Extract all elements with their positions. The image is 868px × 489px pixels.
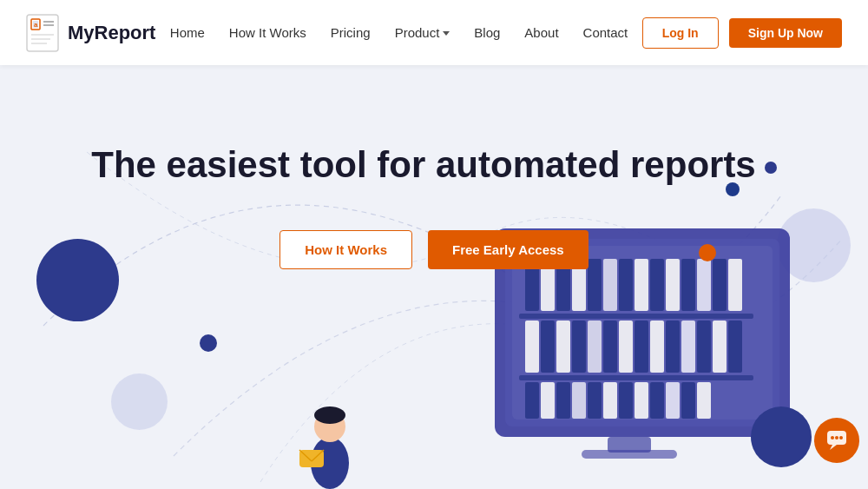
nav-link-blog[interactable]: Blog <box>474 25 500 40</box>
svg-point-66 <box>839 436 843 439</box>
svg-rect-52 <box>650 382 664 419</box>
nav-item-pricing[interactable]: Pricing <box>331 25 371 41</box>
svg-rect-33 <box>588 320 602 373</box>
hero-title: The easiest tool for automated reports <box>0 143 868 187</box>
svg-rect-50 <box>619 382 633 419</box>
svg-rect-44 <box>525 382 539 419</box>
svg-rect-40 <box>697 320 711 373</box>
chat-icon <box>825 429 848 452</box>
svg-rect-46 <box>556 382 570 419</box>
svg-text:a: a <box>34 21 38 29</box>
nav-item-about[interactable]: About <box>524 25 558 41</box>
hero-section: The easiest tool for automated reports H… <box>0 65 868 489</box>
svg-rect-47 <box>572 382 586 419</box>
nav-item-how-it-works[interactable]: How It Works <box>229 25 306 41</box>
svg-rect-30 <box>541 320 555 373</box>
svg-rect-53 <box>666 382 680 419</box>
signup-button[interactable]: Sign Up Now <box>729 18 842 48</box>
svg-rect-12 <box>582 450 677 459</box>
svg-rect-36 <box>635 320 648 373</box>
svg-rect-35 <box>619 320 633 373</box>
svg-point-59 <box>314 406 345 424</box>
svg-rect-45 <box>541 382 555 419</box>
nav-item-contact[interactable]: Contact <box>583 25 628 41</box>
svg-rect-54 <box>681 382 695 419</box>
nav-link-contact[interactable]: Contact <box>583 25 628 40</box>
hero-content: The easiest tool for automated reports H… <box>0 65 868 269</box>
svg-rect-48 <box>588 382 602 419</box>
navbar: a MyReport Home How It Works Pricing Pro… <box>0 0 868 65</box>
svg-rect-37 <box>650 320 664 373</box>
nav-item-home[interactable]: Home <box>170 25 205 41</box>
nav-link-pricing[interactable]: Pricing <box>331 25 371 40</box>
decorative-circle-blue-bottom-right <box>751 406 812 467</box>
chevron-down-icon <box>443 31 450 36</box>
decorative-circle-light-medium <box>111 373 168 430</box>
nav-links: Home How It Works Pricing Product Blog A… <box>170 25 628 41</box>
how-it-works-button[interactable]: How It Works <box>279 230 412 269</box>
svg-rect-42 <box>728 320 742 373</box>
svg-rect-29 <box>525 320 539 373</box>
nav-link-how-it-works[interactable]: How It Works <box>229 25 306 40</box>
nav-link-product[interactable]: Product <box>395 25 450 40</box>
nav-item-product[interactable]: Product <box>395 25 450 40</box>
nav-link-about[interactable]: About <box>524 25 558 40</box>
early-access-button[interactable]: Free Early Access <box>428 230 589 269</box>
svg-point-65 <box>835 436 838 439</box>
hero-buttons: How It Works Free Early Access <box>0 230 868 269</box>
logo-text: MyReport <box>68 22 155 44</box>
svg-point-64 <box>831 436 834 439</box>
nav-buttons: Log In Sign Up Now <box>642 17 842 49</box>
figure-svg <box>286 385 373 489</box>
nav-item-blog[interactable]: Blog <box>474 25 500 41</box>
svg-rect-32 <box>572 320 586 373</box>
svg-rect-31 <box>556 320 570 373</box>
svg-rect-55 <box>697 382 711 419</box>
svg-rect-39 <box>681 320 695 373</box>
logo[interactable]: a MyReport <box>26 14 155 52</box>
svg-rect-43 <box>519 375 753 380</box>
chat-button[interactable] <box>814 418 859 463</box>
svg-rect-28 <box>519 314 753 319</box>
svg-rect-49 <box>603 382 617 419</box>
svg-rect-38 <box>666 320 680 373</box>
svg-rect-34 <box>603 320 617 373</box>
decorative-circle-blue-small <box>200 334 217 352</box>
hero-figure <box>286 385 373 489</box>
login-button[interactable]: Log In <box>642 17 719 49</box>
logo-icon: a <box>26 14 59 52</box>
hero-dot-decoration <box>765 162 777 174</box>
nav-link-home[interactable]: Home <box>170 25 205 40</box>
svg-rect-41 <box>713 320 727 373</box>
svg-rect-51 <box>635 382 648 419</box>
